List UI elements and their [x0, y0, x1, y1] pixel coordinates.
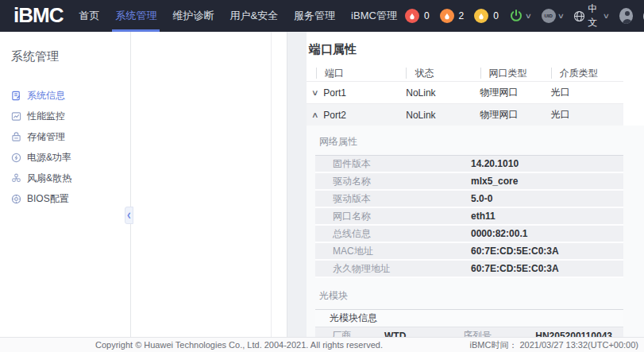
port-table-header: 端口 状态 网口类型 介质类型: [307, 64, 623, 81]
table-row: 总线信息 0000:82:00.1: [315, 226, 623, 243]
media-type: 光口: [551, 108, 623, 122]
table-row-port1[interactable]: ∨ Port1 NoLink 物理网口 光口: [307, 81, 623, 103]
optical-module-table: 光模块信息 厂商 WTD 序列号 HN205200110043: [315, 309, 623, 337]
optical-module-title: 光模块: [319, 289, 644, 303]
globe-icon: [573, 10, 585, 22]
detail-label: 驱动版本: [315, 192, 471, 206]
chevron-down-icon: ∨: [557, 13, 564, 20]
chevron-down-icon[interactable]: ∨: [307, 88, 326, 97]
power-control-dropdown[interactable]: ∨: [509, 9, 531, 23]
power-icon: [509, 9, 523, 23]
sidebar-title: 系统管理: [11, 49, 130, 64]
uid-indicator-dropdown[interactable]: UID ∨: [542, 9, 564, 23]
chevron-down-icon: ∨: [603, 13, 610, 20]
detail-value: mlx5_core: [471, 176, 518, 187]
port-table: 端口 状态 网口类型 介质类型 ∨ Port1 NoLink 物理网口 光口 ∧…: [307, 64, 623, 126]
table-row-port2[interactable]: ∧ Port2 NoLink 物理网口 光口: [307, 103, 623, 126]
sidebar-item-performance-monitor[interactable]: 性能监控: [11, 106, 130, 126]
port-status: NoLink: [406, 110, 480, 121]
minor-alarm-count: 0: [493, 10, 499, 21]
line-chart-icon: [11, 111, 21, 122]
topbar-right: 0 2 0 ∨ UID ∨: [405, 2, 644, 29]
nav-user-security[interactable]: 用户&安全: [222, 0, 286, 32]
ibmc-logo: iBMC: [0, 3, 71, 29]
port-type: 物理网口: [480, 86, 550, 99]
nav-maintenance-diagnosis[interactable]: 维护诊断: [164, 0, 222, 32]
detail-value: 5.0-0: [471, 193, 492, 204]
detail-label: 序列号: [463, 329, 533, 337]
document-icon: [11, 91, 21, 101]
sidebar: 系统管理 系统信息 性能监控 存储管理 电源&功率: [0, 32, 131, 337]
ibmc-time-label: iBMC时间：: [470, 340, 518, 350]
minor-alarm-button[interactable]: 0: [474, 9, 499, 23]
topbar: iBMC 首页 系统管理 维护诊断 用户&安全 服务管理 iBMC管理 0 2 …: [0, 0, 644, 32]
port-name: Port1: [323, 87, 406, 99]
storage-icon: [11, 132, 21, 142]
port-type: 物理网口: [480, 108, 550, 122]
detail-label: 厂商: [315, 329, 384, 337]
language-label: 中文: [588, 2, 601, 29]
sidebar-item-label: 系统信息: [27, 89, 65, 103]
sidebar-item-storage-management[interactable]: 存储管理: [11, 126, 130, 147]
uid-icon: UID: [542, 9, 556, 23]
detail-value: WTD: [384, 331, 463, 338]
sidebar-item-system-info[interactable]: 系统信息: [11, 85, 130, 106]
table-row: 驱动名称 mlx5_core: [315, 173, 623, 191]
footer: Copyright © Huawei Technologies Co., Ltd…: [0, 337, 644, 352]
detail-value: 60:7E:CD:5E:C0:3A: [471, 263, 559, 274]
major-alarm-button[interactable]: 2: [440, 9, 465, 23]
table-row: MAC地址 60:7E:CD:5E:C0:3A: [315, 243, 623, 261]
detail-label: 总线信息: [315, 227, 471, 241]
column-header-port-type: 网口类型: [480, 68, 551, 79]
critical-alarm-flame-icon: [405, 9, 419, 23]
nav-system-management[interactable]: 系统管理: [107, 0, 164, 32]
minor-alarm-flame-icon: [474, 9, 488, 23]
port-name: Port2: [323, 110, 406, 121]
nav-ibmc-management[interactable]: iBMC管理: [343, 0, 405, 32]
critical-alarm-button[interactable]: 0: [405, 9, 430, 23]
nav-home[interactable]: 首页: [71, 0, 107, 32]
network-properties-title: 网络属性: [319, 135, 644, 149]
sidebar-item-power[interactable]: 电源&功率: [11, 147, 130, 168]
table-row: 厂商 WTD 序列号 HN205200110043: [315, 327, 623, 337]
avatar-head-icon: [625, 11, 630, 16]
chevron-down-icon: ∨: [525, 13, 532, 20]
main-nav: 首页 系统管理 维护诊断 用户&安全 服务管理 iBMC管理: [71, 0, 404, 32]
content-left-panel: [131, 32, 287, 337]
sidebar-collapse-button[interactable]: ❮: [125, 207, 133, 224]
sidebar-item-label: BIOS配置: [27, 192, 69, 206]
port-properties-panel: 端口属性 端口 状态 网口类型 介质类型 ∨ Port1 NoLink 物理网口…: [307, 32, 644, 337]
gear-icon: [11, 194, 21, 204]
detail-value: 60:7E:CD:5E:C0:3A: [471, 246, 559, 257]
port-status: NoLink: [406, 87, 480, 99]
user-avatar[interactable]: [619, 8, 633, 24]
major-alarm-count: 2: [459, 10, 465, 21]
detail-label: MAC地址: [315, 245, 471, 258]
critical-alarm-count: 0: [424, 10, 430, 21]
chevron-left-icon: ❮: [127, 212, 132, 219]
detail-value: 0000:82:00.1: [471, 228, 527, 239]
table-row: 驱动版本 5.0-0: [315, 191, 623, 208]
sidebar-item-label: 风扇&散热: [27, 172, 71, 185]
panel-divider: [271, 32, 272, 337]
column-header-status: 状态: [406, 68, 480, 79]
network-properties-table: 固件版本 14.20.1010 驱动名称 mlx5_core 驱动版本 5.0-…: [315, 155, 623, 278]
language-selector[interactable]: 中文 ∨: [573, 2, 608, 29]
sidebar-item-fan-cooling[interactable]: 风扇&散热: [11, 168, 130, 188]
table-row: 网口名称 eth11: [315, 208, 623, 226]
page-title: 端口属性: [309, 42, 644, 57]
detail-label: 网口名称: [315, 210, 471, 223]
media-type: 光口: [551, 86, 623, 99]
detail-label: 永久物理地址: [315, 262, 471, 276]
sidebar-item-bios-config[interactable]: BIOS配置: [11, 188, 130, 209]
ibmc-time-value: 2021/03/27 13:32(UTC+00:00): [519, 340, 638, 350]
sidebar-item-label: 性能监控: [27, 110, 65, 123]
sidebar-item-label: 存储管理: [27, 130, 65, 144]
detail-label: 固件版本: [315, 157, 471, 171]
fan-icon: [11, 173, 21, 184]
power-circle-icon: [11, 153, 21, 163]
nav-service-management[interactable]: 服务管理: [286, 0, 343, 32]
port2-expanded-details: 网络属性 固件版本 14.20.1010 驱动名称 mlx5_core 驱动版本…: [307, 126, 644, 337]
avatar-bust-icon: [623, 19, 632, 24]
chevron-up-icon[interactable]: ∧: [307, 110, 326, 119]
